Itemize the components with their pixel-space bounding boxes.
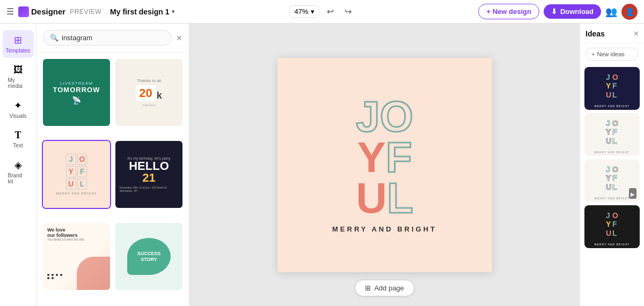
brand-kit-icon: ◈	[14, 159, 22, 171]
templates-icon: ⊞	[14, 34, 22, 46]
sidebar-item-my-media[interactable]: 🖼 My media	[3, 60, 34, 93]
new-ideas-button[interactable]: + New ideas	[586, 48, 639, 61]
user-avatar[interactable]: 👤	[621, 4, 638, 20]
new-ideas-plus-icon: +	[591, 51, 595, 57]
new-ideas-label: New ideas	[597, 51, 624, 57]
sidebar-item-brand-kit-label: Brand kit	[8, 173, 28, 184]
template-k-text: k	[157, 90, 162, 101]
template-followers-text: followers	[143, 103, 156, 107]
sidebar-item-my-media-label: My media	[8, 77, 28, 89]
sidebar-item-templates[interactable]: ⊞ Templates	[3, 30, 34, 58]
canvas-container[interactable]: J O Y F U L MERRY AND BRIGHT	[277, 58, 492, 272]
idea-card-light-joyful[interactable]: J O Y F U L MERRY AND BRIGHT	[584, 113, 640, 156]
zoom-chevron-icon: ▾	[311, 8, 314, 16]
template-card-thanks[interactable]: Thanks to all 20 k followers	[114, 58, 184, 127]
template-tomorrow-text: TOMORROW	[53, 86, 100, 94]
add-page-button[interactable]: ⊞ Add page	[355, 280, 414, 296]
download-icon: ⬇	[551, 8, 557, 16]
ideas-title: Ideas	[586, 29, 605, 38]
design-name-text: My first design 1	[110, 8, 169, 16]
template-thanks-text: Thanks to all	[137, 78, 161, 83]
search-icon: 🔍	[50, 34, 58, 42]
canvas-letter-l: L	[387, 178, 413, 219]
search-input-wrapper[interactable]: 🔍	[43, 30, 172, 46]
template-card-success[interactable]: SUCCESSSTORY	[114, 222, 184, 291]
sidebar-item-templates-label: Templates	[6, 48, 31, 54]
templates-panel: 🔍 ✕ LIVESTREAM TOMORROW 📡 Thanks to all	[36, 24, 189, 306]
canvas-letter-j: J	[356, 96, 380, 137]
brand-name-label: Designer	[31, 7, 65, 16]
sidebar-item-visuals[interactable]: ✦ Visuals	[3, 95, 34, 123]
chevron-down-icon: ▾	[172, 9, 174, 14]
text-icon: T	[14, 130, 21, 141]
share-icon: 👥	[605, 6, 617, 17]
share-button[interactable]: 👥	[605, 6, 617, 18]
sidebar-item-text-label: Text	[13, 143, 23, 148]
add-page-label: Add page	[374, 284, 404, 292]
template-card-joyful[interactable]: J O Y F U L MERRY AND BRIGHT	[42, 140, 111, 209]
zoom-level-text: 47%	[294, 8, 308, 16]
brand-logo[interactable]: Designer	[18, 6, 65, 17]
ideas-panel: Ideas × + New ideas J O Y F U	[580, 24, 644, 306]
canvas-joyful-design: J O Y F U L MERRY AND BRIGHT	[332, 96, 437, 233]
download-button[interactable]: ⬇ Download	[544, 4, 601, 19]
zoom-control[interactable]: 47% ▾	[289, 5, 319, 18]
idea-card-dark-joyful[interactable]: J O Y F U L MERRY AND BRIGHT	[584, 67, 640, 110]
search-input[interactable]	[62, 34, 165, 42]
hamburger-menu-icon[interactable]: ☰	[6, 6, 14, 17]
design-name-dropdown[interactable]: My first design 1 ▾	[106, 5, 178, 18]
ideas-list: J O Y F U L MERRY AND BRIGHT	[580, 65, 644, 306]
new-design-button[interactable]: + New design	[478, 4, 539, 19]
sidebar-item-visuals-label: Visuals	[9, 113, 26, 119]
template-card-welove[interactable]: We loveour followers YOU MAKE US WHO WE …	[42, 222, 111, 291]
video-icon: ▶	[631, 191, 635, 197]
templates-grid: LIVESTREAM TOMORROW 📡 Thanks to all 20 k…	[36, 53, 189, 306]
add-page-icon: ⊞	[365, 284, 371, 292]
undo-button[interactable]: ↩	[324, 4, 337, 19]
video-badge: ▶	[629, 188, 636, 199]
canvas-letter-u: U	[356, 178, 387, 219]
search-clear-button[interactable]: ✕	[176, 34, 182, 42]
canvas-letter-o: O	[380, 96, 413, 137]
template-card-hello21[interactable]: It's my birthday, let's party HELLO 21 N…	[114, 140, 184, 209]
canvas-letter-f: F	[386, 137, 412, 178]
canvas-letter-y: Y	[357, 137, 385, 178]
canvas-subtitle: MERRY AND BRIGHT	[332, 225, 437, 233]
search-bar: 🔍 ✕	[36, 24, 189, 53]
preview-label: PREVIEW	[70, 8, 101, 16]
download-label: Download	[560, 8, 594, 16]
sidebar-item-brand-kit[interactable]: ◈ Brand kit	[3, 155, 34, 189]
template-20-num: 20	[136, 85, 155, 101]
ideas-close-button[interactable]: ×	[634, 29, 639, 39]
idea-card-black-joyful[interactable]: J O Y F U L MERRY AND BRIGHT	[584, 205, 640, 248]
my-media-icon: 🖼	[13, 64, 23, 76]
sidebar-nav: ⊞ Templates 🖼 My media ✦ Visuals T Text …	[0, 24, 36, 306]
idea-card-video-joyful[interactable]: J O Y F U L MERRY AND BRIGHT ▶	[584, 159, 640, 202]
template-joyful-sub: MERRY AND BRIGHT	[56, 192, 97, 195]
visuals-icon: ✦	[14, 100, 22, 111]
brand-logo-icon	[18, 6, 29, 17]
ideas-header: Ideas ×	[580, 24, 644, 43]
template-card-livestream[interactable]: LIVESTREAM TOMORROW 📡	[42, 58, 111, 127]
template-radio-icon: 📡	[72, 96, 81, 105]
template-livestream-label: LIVESTREAM	[60, 81, 93, 86]
sidebar-item-text[interactable]: T Text	[3, 125, 34, 153]
canvas-area: J O Y F U L MERRY AND BRIGHT ⊞ Add page	[189, 24, 580, 306]
redo-button[interactable]: ↪	[341, 4, 355, 19]
